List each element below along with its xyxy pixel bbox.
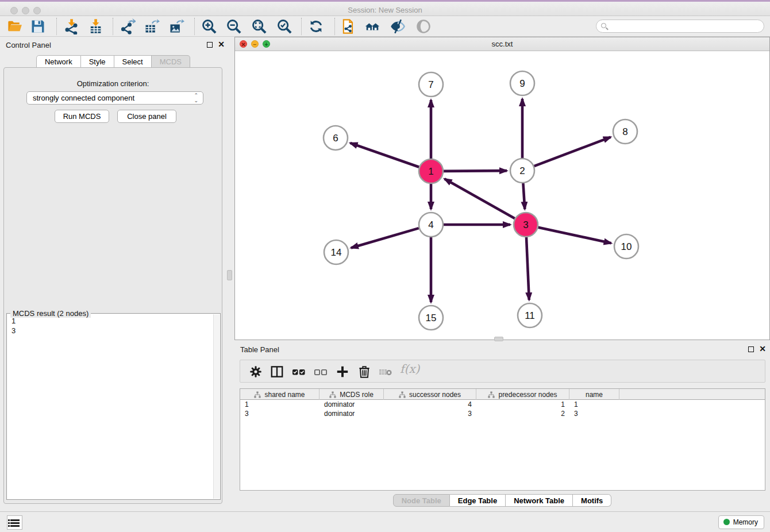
- tab-network[interactable]: Network: [36, 55, 81, 68]
- function-icon[interactable]: f(x): [400, 362, 423, 377]
- graph-node-label: 4: [428, 219, 433, 230]
- control-panel-title: Control Panel: [6, 41, 51, 49]
- table-toolbar: f(x): [240, 360, 765, 383]
- table-cell[interactable]: 1: [569, 400, 619, 409]
- column-header-name[interactable]: name: [569, 389, 619, 400]
- table-cell[interactable]: dominator: [319, 409, 384, 418]
- graph-edge-3-1[interactable]: [445, 179, 515, 218]
- tree-icon: [254, 391, 261, 398]
- zoom-fit-icon[interactable]: [251, 18, 267, 34]
- search-icon: [601, 23, 606, 28]
- network-view-title: scc.txt: [235, 40, 769, 48]
- mcds-tab-content: Optimization criterion: strongly connect…: [3, 67, 222, 504]
- trash-icon[interactable]: [357, 364, 372, 379]
- open-session-icon[interactable]: [7, 18, 23, 34]
- graph-node-label: 8: [622, 126, 627, 137]
- graph-node-label: 14: [331, 247, 342, 258]
- vertical-splitter-handle[interactable]: [227, 270, 232, 280]
- horizontal-splitter-handle[interactable]: [494, 337, 503, 341]
- node-table: shared nameMCDS rolesuccessor nodesprede…: [240, 388, 765, 491]
- clone-network-icon[interactable]: [340, 18, 356, 34]
- criterion-select[interactable]: strongly connected component ⌃⌄: [26, 91, 203, 105]
- table-cell[interactable]: 3: [240, 409, 319, 418]
- import-table-icon[interactable]: [87, 18, 103, 34]
- split-columns-icon[interactable]: [270, 364, 284, 379]
- column-header-shared-name[interactable]: shared name: [240, 389, 319, 400]
- table-panel-title: Table Panel: [240, 345, 279, 354]
- close-table-panel-icon[interactable]: ✕: [759, 345, 767, 353]
- graph-edge-3-10[interactable]: [538, 228, 611, 244]
- graph-edge-2-8[interactable]: [534, 137, 611, 167]
- graph-edge-4-14[interactable]: [351, 228, 419, 248]
- tab-select[interactable]: Select: [114, 55, 152, 68]
- table-cell[interactable]: 3: [569, 409, 619, 418]
- close-panel-button[interactable]: Close panel: [117, 110, 176, 123]
- home-icon[interactable]: [364, 18, 384, 34]
- graph-edge-3-11[interactable]: [526, 237, 529, 300]
- style-preview-icon[interactable]: [390, 18, 406, 34]
- checked-boxes-icon[interactable]: [291, 364, 306, 379]
- network-view-window: ✕ − + scc.txt 7968124314101511: [234, 37, 770, 340]
- float-panel-icon[interactable]: [207, 42, 213, 48]
- tab-node-table[interactable]: Node Table: [393, 494, 450, 507]
- table-panel: Table Panel ✕: [234, 341, 770, 510]
- export-network-icon[interactable]: [120, 18, 136, 34]
- graph-node-label: 9: [519, 78, 525, 89]
- table-cell[interactable]: 1: [240, 400, 319, 409]
- graph-node-label: 6: [333, 133, 338, 144]
- delete-table-icon[interactable]: [378, 364, 393, 379]
- birdseye-icon[interactable]: [415, 18, 432, 34]
- graph-edge-1-2[interactable]: [444, 171, 507, 171]
- graph-node-label: 3: [523, 219, 528, 230]
- save-session-icon[interactable]: [30, 18, 46, 34]
- network-window-titlebar[interactable]: ✕ − + scc.txt: [235, 37, 769, 51]
- tab-style[interactable]: Style: [81, 55, 114, 68]
- table-cell[interactable]: 4: [384, 400, 476, 409]
- export-table-icon[interactable]: [144, 18, 160, 34]
- export-image-icon[interactable]: [168, 18, 184, 34]
- memory-button[interactable]: Memory: [718, 515, 764, 529]
- mcds-result-text[interactable]: 1 3: [8, 316, 212, 498]
- float-table-panel-icon[interactable]: [748, 346, 754, 352]
- zoom-out-icon[interactable]: [226, 18, 242, 34]
- plus-icon[interactable]: [335, 364, 350, 379]
- status-bar: Memory: [0, 511, 770, 532]
- task-history-button[interactable]: [7, 515, 22, 530]
- control-panel-tabs: NetworkStyleSelectMCDS: [0, 55, 226, 68]
- table-cell[interactable]: 3: [384, 409, 476, 418]
- close-panel-icon[interactable]: ✕: [217, 40, 225, 48]
- tab-motifs[interactable]: Motifs: [573, 494, 611, 507]
- run-mcds-button[interactable]: Run MCDS: [55, 110, 109, 123]
- tab-mcds[interactable]: MCDS: [152, 55, 190, 68]
- table-cell[interactable]: dominator: [319, 400, 384, 409]
- gear-icon[interactable]: [248, 364, 263, 379]
- tab-edge-table[interactable]: Edge Table: [450, 494, 506, 507]
- result-scrollbar[interactable]: [213, 314, 220, 499]
- control-panel: Control Panel ✕ NetworkStyleSelectMCDS O…: [0, 37, 226, 507]
- network-canvas[interactable]: 7968124314101511: [235, 51, 769, 340]
- select-stepper-icon: ⌃⌄: [194, 93, 198, 103]
- tree-icon: [329, 391, 336, 398]
- unchecked-boxes-icon[interactable]: [313, 364, 328, 379]
- graph-edge-2-3[interactable]: [523, 183, 525, 209]
- table-panel-tabs: Node TableEdge TableNetwork TableMotifs: [234, 494, 770, 507]
- import-network-icon[interactable]: [63, 18, 79, 34]
- zoom-in-icon[interactable]: [201, 18, 217, 34]
- graph-node-label: 10: [621, 241, 632, 252]
- tab-network-table[interactable]: Network Table: [506, 494, 573, 507]
- refresh-icon[interactable]: [308, 18, 324, 34]
- column-header-mcds-role[interactable]: MCDS role: [319, 389, 384, 400]
- table-cell[interactable]: 1: [476, 400, 569, 409]
- graph-node-label: 7: [428, 79, 433, 90]
- graph-edge-1-6[interactable]: [350, 143, 419, 167]
- node-table-header: shared nameMCDS rolesuccessor nodesprede…: [240, 389, 765, 400]
- column-header-successor-nodes[interactable]: successor nodes: [384, 389, 476, 400]
- zoom-selected-icon[interactable]: [276, 18, 292, 34]
- table-cell[interactable]: 2: [476, 409, 569, 418]
- tree-icon: [399, 391, 406, 398]
- application-window: Session: New Session: [0, 0, 770, 532]
- search-field: [596, 20, 764, 33]
- mcds-result-box: MCDS result (2 nodes) 1 3: [6, 313, 221, 500]
- search-input[interactable]: [610, 21, 760, 32]
- column-header-predecessor-nodes[interactable]: predecessor nodes: [476, 389, 569, 400]
